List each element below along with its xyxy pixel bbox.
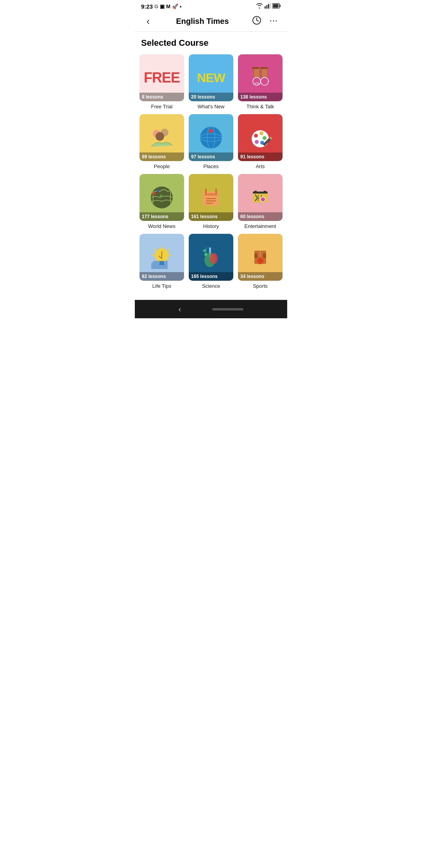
svg-line-50 bbox=[168, 249, 169, 250]
course-label-world-news: World News bbox=[139, 223, 184, 229]
lesson-count-people: 89 lessons bbox=[139, 152, 184, 161]
course-card-free-trial: FREE 8 lessons bbox=[139, 54, 184, 101]
course-label-places: Places bbox=[189, 163, 233, 169]
course-card-inner: 97 lessons bbox=[189, 114, 233, 161]
svg-line-52 bbox=[154, 249, 156, 250]
back-nav-icon[interactable]: ‹ bbox=[179, 305, 181, 314]
main-content: Selected Course FREE 8 lessons Free Tria… bbox=[135, 32, 287, 295]
svg-rect-3 bbox=[270, 3, 271, 9]
course-item-whats-new[interactable]: NEW 20 lessons What's New bbox=[189, 54, 233, 109]
course-item-history[interactable]: 161 lessons History bbox=[189, 174, 233, 229]
home-pill[interactable] bbox=[212, 308, 243, 310]
lesson-count-life-tips: 82 lessons bbox=[139, 272, 184, 281]
course-card-arts: 91 lessons bbox=[238, 114, 283, 161]
course-item-sports[interactable]: 34 lessons Sports bbox=[238, 234, 283, 289]
course-label-people: People bbox=[139, 163, 184, 169]
svg-rect-8 bbox=[254, 68, 260, 77]
course-card-places: 97 lessons bbox=[189, 114, 233, 161]
course-card-inner: 34 lessons bbox=[238, 234, 283, 281]
svg-rect-2 bbox=[268, 4, 269, 9]
course-label-arts: Arts bbox=[238, 163, 283, 169]
page-title: English Times bbox=[155, 17, 250, 26]
svg-rect-64 bbox=[254, 253, 257, 258]
course-label-think-talk: Think & Talk bbox=[238, 104, 283, 109]
course-label-history: History bbox=[189, 223, 233, 229]
course-label-whats-new: What's New bbox=[189, 104, 233, 109]
course-item-think-talk[interactable]: VS 138 lessons Think & Talk bbox=[238, 54, 283, 109]
lesson-count-whats-new: 20 lessons bbox=[189, 93, 233, 101]
course-label-free-trial: Free Trial bbox=[139, 104, 184, 109]
svg-rect-9 bbox=[261, 68, 268, 77]
course-card-inner: 60 lessons bbox=[238, 174, 283, 221]
svg-rect-65 bbox=[263, 253, 266, 258]
course-label-entertainment: Entertainment bbox=[238, 223, 283, 229]
svg-rect-30 bbox=[153, 192, 156, 195]
course-card-inner: 89 lessons bbox=[139, 114, 184, 161]
svg-rect-10 bbox=[252, 67, 259, 69]
lesson-count-free-trial: 8 lessons bbox=[139, 93, 184, 101]
svg-point-58 bbox=[210, 253, 218, 264]
svg-point-25 bbox=[259, 131, 263, 135]
more-icon[interactable]: ··· bbox=[267, 17, 281, 25]
google-icon: G bbox=[154, 4, 158, 9]
course-card-inner: 165 lessons bbox=[189, 234, 233, 281]
svg-rect-31 bbox=[157, 190, 159, 192]
course-card-whats-new: NEW 20 lessons bbox=[189, 54, 233, 101]
course-card-inner: VS 138 lessons bbox=[238, 54, 283, 101]
svg-point-29 bbox=[151, 187, 173, 208]
lesson-count-entertainment: 60 lessons bbox=[238, 212, 283, 221]
course-item-entertainment[interactable]: 60 lessons Entertainment bbox=[238, 174, 283, 229]
course-item-science[interactable]: 165 lessons Science bbox=[189, 234, 233, 289]
svg-point-60 bbox=[203, 249, 206, 252]
course-item-free-trial[interactable]: FREE 8 lessons Free Trial bbox=[139, 54, 184, 109]
lesson-count-sports: 34 lessons bbox=[238, 272, 283, 281]
course-card-inner: 161 lessons bbox=[189, 174, 233, 221]
course-card-think-talk: VS 138 lessons bbox=[238, 54, 283, 101]
svg-point-45 bbox=[261, 197, 265, 202]
course-card-sports: 34 lessons bbox=[238, 234, 283, 281]
course-card-inner: 177 lessons bbox=[139, 174, 184, 221]
course-label-science: Science bbox=[189, 283, 233, 289]
course-card-science: 165 lessons bbox=[189, 234, 233, 281]
course-card-inner: 82 lessons bbox=[139, 234, 184, 281]
course-card-life-tips: 82 lessons bbox=[139, 234, 184, 281]
course-card-inner: FREE 8 lessons bbox=[139, 54, 184, 101]
dot-icon: • bbox=[180, 4, 182, 9]
course-grid: FREE 8 lessons Free Trial NEW 20 lessons… bbox=[139, 54, 283, 289]
lesson-count-science: 165 lessons bbox=[189, 272, 233, 281]
svg-rect-1 bbox=[266, 5, 268, 9]
mail-icon: M bbox=[166, 4, 170, 9]
course-item-arts[interactable]: 91 lessons Arts bbox=[238, 114, 283, 169]
course-item-places[interactable]: 97 lessons Places bbox=[189, 114, 233, 169]
signal-icon bbox=[265, 3, 271, 10]
lesson-count-history: 161 lessons bbox=[189, 212, 233, 221]
svg-point-17 bbox=[156, 132, 164, 141]
course-card-people: 89 lessons bbox=[139, 114, 184, 161]
svg-rect-0 bbox=[265, 6, 266, 9]
svg-rect-6 bbox=[273, 4, 279, 8]
course-card-inner: NEW 20 lessons bbox=[189, 54, 233, 101]
status-time: 9:23 bbox=[141, 3, 153, 10]
svg-rect-5 bbox=[280, 5, 281, 7]
svg-rect-11 bbox=[261, 67, 268, 69]
top-nav: ‹ English Times ··· bbox=[135, 11, 287, 32]
course-label-life-tips: Life Tips bbox=[139, 283, 184, 289]
svg-rect-32 bbox=[160, 195, 163, 197]
course-item-life-tips[interactable]: 82 lessons Life Tips bbox=[139, 234, 184, 289]
course-label-sports: Sports bbox=[238, 283, 283, 289]
lesson-count-think-talk: 138 lessons bbox=[238, 93, 283, 101]
svg-point-24 bbox=[254, 134, 258, 138]
course-item-world-news[interactable]: 177 lessons World News bbox=[139, 174, 184, 229]
course-item-people[interactable]: 89 lessons People bbox=[139, 114, 184, 169]
svg-point-28 bbox=[255, 140, 259, 144]
rocket-icon: 🚀 bbox=[172, 4, 178, 9]
back-button[interactable]: ‹ bbox=[141, 15, 155, 27]
wifi-icon bbox=[256, 3, 263, 10]
lesson-count-arts: 91 lessons bbox=[238, 152, 283, 161]
lesson-count-places: 97 lessons bbox=[189, 152, 233, 161]
history-icon[interactable] bbox=[250, 16, 264, 27]
battery-icon bbox=[272, 3, 281, 10]
status-bar: 9:23 G ▣ M 🚀 • bbox=[135, 0, 287, 11]
svg-point-26 bbox=[263, 136, 266, 140]
section-title: Selected Course bbox=[139, 38, 283, 48]
